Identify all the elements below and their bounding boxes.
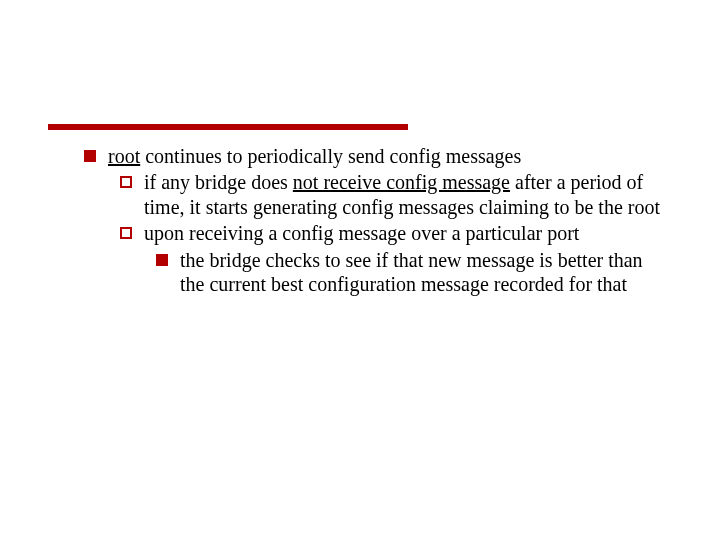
title-underline: [48, 124, 408, 130]
bullet-root: root continues to periodically send conf…: [84, 144, 672, 168]
underlined-phrase: not receive config message: [293, 171, 510, 193]
bullet-sub-sub: the bridge checks to see if that new mes…: [156, 248, 672, 297]
slide-body: root continues to periodically send conf…: [84, 144, 672, 296]
bullet-text: if any bridge does not receive config me…: [144, 170, 672, 219]
bullet-text: the bridge checks to see if that new mes…: [180, 248, 672, 297]
text-fragment: if any bridge does: [144, 171, 293, 193]
underlined-word: root: [108, 145, 140, 167]
bullet-sub-a: if any bridge does not receive config me…: [120, 170, 672, 219]
bullet-sub-b: upon receiving a config message over a p…: [120, 221, 672, 245]
square-filled-icon: [156, 254, 168, 266]
bullet-text: root continues to periodically send conf…: [108, 144, 672, 168]
slide: root continues to periodically send conf…: [0, 0, 720, 540]
square-hollow-icon: [120, 227, 132, 239]
bullet-text: upon receiving a config message over a p…: [144, 221, 672, 245]
square-filled-icon: [84, 150, 96, 162]
square-hollow-icon: [120, 176, 132, 188]
text-fragment: continues to periodically send config me…: [140, 145, 521, 167]
